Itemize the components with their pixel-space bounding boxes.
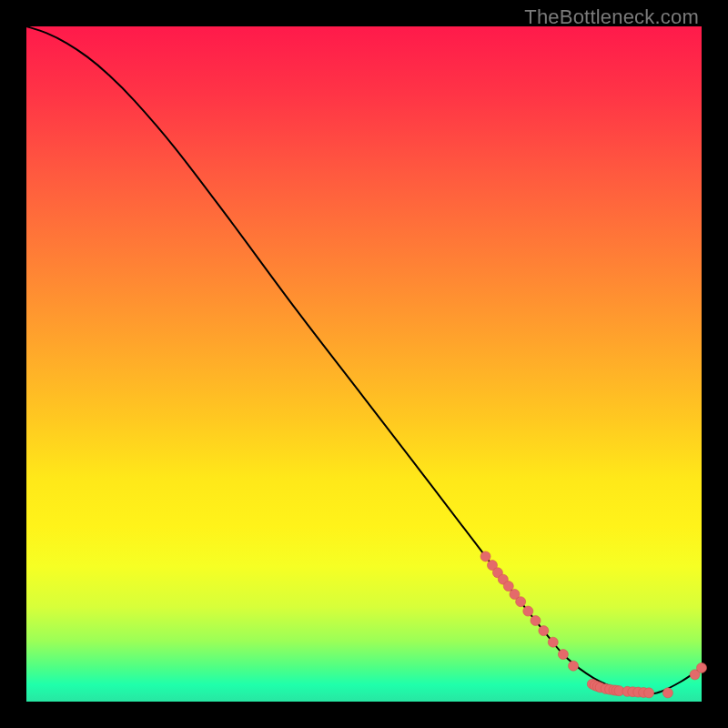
- data-point: [539, 626, 549, 636]
- bottleneck-curve: [26, 26, 702, 693]
- data-point: [569, 661, 579, 671]
- data-point: [662, 688, 672, 698]
- data-points-group: [480, 551, 706, 698]
- data-point: [480, 551, 490, 561]
- data-point: [548, 637, 558, 647]
- data-point: [531, 615, 541, 625]
- data-point: [558, 650, 568, 660]
- data-point: [516, 597, 526, 607]
- plot-area: [26, 26, 702, 702]
- chart-stage: TheBottleneck.com: [0, 0, 728, 728]
- data-point: [697, 662, 707, 672]
- data-point: [523, 606, 533, 616]
- data-point: [644, 688, 654, 698]
- plot-svg: [26, 26, 702, 702]
